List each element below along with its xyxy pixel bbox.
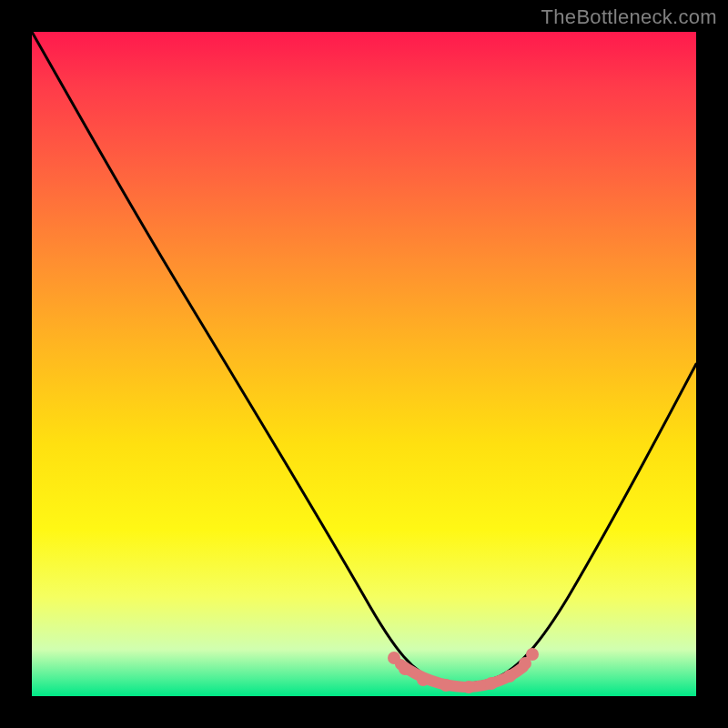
svg-point-1 <box>399 662 411 675</box>
svg-point-5 <box>485 677 498 690</box>
bottleneck-curve <box>32 32 696 683</box>
svg-point-4 <box>462 681 475 693</box>
svg-point-0 <box>388 652 400 664</box>
svg-point-6 <box>503 670 516 682</box>
valley-marker <box>388 648 539 693</box>
svg-point-3 <box>440 679 452 692</box>
chart-svg <box>32 32 696 696</box>
watermark-text: TheBottleneck.com <box>541 5 717 29</box>
svg-point-2 <box>417 673 430 686</box>
chart-container: TheBottleneck.com <box>0 0 728 728</box>
svg-point-8 <box>526 648 539 661</box>
